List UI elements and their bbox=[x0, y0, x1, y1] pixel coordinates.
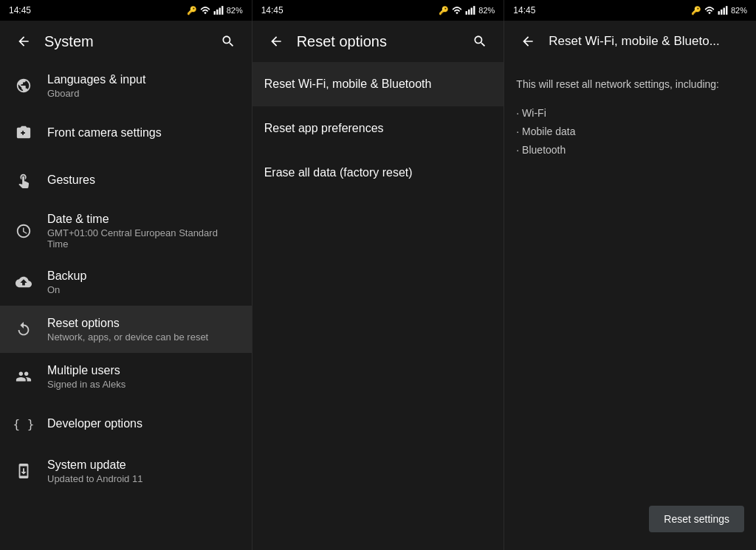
gestures-title: Gestures bbox=[47, 173, 240, 187]
svg-rect-2 bbox=[219, 8, 220, 15]
status-segment-1: 14:45 🔑 82% bbox=[0, 0, 252, 21]
gestures-text: Gestures bbox=[47, 173, 240, 187]
users-text: Multiple users Signed in as Aleks bbox=[47, 364, 240, 390]
status-icons-1: 🔑 82% bbox=[187, 6, 243, 16]
reset-options-panel: Reset options Reset Wi-Fi, mobile & Blue… bbox=[252, 21, 505, 550]
lock-icon-2: 🔑 bbox=[439, 6, 449, 16]
backup-title: Backup bbox=[47, 269, 240, 283]
status-bar: 14:45 🔑 82% 14:45 🔑 82% 14:45 🔑 82% bbox=[0, 0, 756, 21]
reset-text: Reset options Network, apps, or device c… bbox=[47, 317, 240, 343]
update-title: System update bbox=[47, 458, 240, 472]
datetime-text: Date & time GMT+01:00 Central European S… bbox=[47, 213, 240, 250]
update-text: System update Updated to Android 11 bbox=[47, 458, 240, 484]
developer-text: Developer options bbox=[47, 417, 240, 430]
sidebar-item-gestures[interactable]: Gestures bbox=[0, 157, 252, 204]
users-title: Multiple users bbox=[47, 364, 240, 377]
system-panel: System Languages & input Gboard bbox=[0, 21, 252, 550]
lock-icon-3: 🔑 bbox=[691, 6, 701, 16]
status-icons-3: 🔑 82% bbox=[691, 6, 747, 16]
reset-wifi-back-button[interactable] bbox=[516, 30, 540, 53]
sidebar-item-datetime[interactable]: Date & time GMT+01:00 Central European S… bbox=[0, 204, 252, 258]
signal-icon bbox=[213, 6, 224, 15]
wifi-icon-2 bbox=[452, 6, 462, 15]
system-search-button[interactable] bbox=[216, 30, 240, 53]
system-header: System bbox=[0, 21, 252, 62]
svg-rect-3 bbox=[221, 6, 223, 15]
panels-container: System Languages & input Gboard bbox=[0, 21, 756, 550]
reset-icon bbox=[12, 317, 35, 341]
wifi-icon-3 bbox=[704, 6, 715, 15]
system-back-button[interactable] bbox=[12, 30, 35, 53]
reset-wifi-list: · Wi-Fi · Mobile data · Bluetooth bbox=[516, 104, 744, 160]
reset-wifi-title: Reset Wi-Fi, mobile & Blueto... bbox=[549, 34, 744, 49]
sidebar-item-camera[interactable]: Front camera settings bbox=[0, 109, 252, 157]
reset-options-search-button[interactable] bbox=[468, 30, 492, 53]
lock-icon: 🔑 bbox=[187, 6, 197, 16]
reset-wifi-item[interactable]: Reset Wi-Fi, mobile & Bluetooth bbox=[252, 62, 504, 106]
erase-all-item[interactable]: Erase all data (factory reset) bbox=[252, 151, 504, 195]
camera-text: Front camera settings bbox=[47, 126, 240, 140]
sidebar-item-languages[interactable]: Languages & input Gboard bbox=[0, 62, 252, 109]
svg-rect-10 bbox=[724, 8, 725, 15]
battery-1: 82% bbox=[227, 6, 243, 15]
wifi-list-item-3: · Bluetooth bbox=[516, 141, 744, 159]
status-segment-3: 14:45 🔑 82% bbox=[504, 0, 756, 21]
update-subtitle: Updated to Android 11 bbox=[47, 473, 240, 484]
svg-rect-0 bbox=[213, 11, 215, 15]
languages-subtitle: Gboard bbox=[47, 88, 240, 99]
system-settings-list: Languages & input Gboard Front camera se… bbox=[0, 62, 252, 550]
languages-text: Languages & input Gboard bbox=[47, 73, 240, 99]
camera-title: Front camera settings bbox=[47, 126, 240, 140]
wifi-icon bbox=[200, 6, 210, 15]
svg-rect-8 bbox=[718, 11, 720, 15]
wifi-list-item-1: · Wi-Fi bbox=[516, 104, 744, 123]
battery-3: 82% bbox=[731, 6, 747, 15]
reset-app-prefs-item[interactable]: Reset app preferences bbox=[252, 106, 504, 151]
developer-icon: { } bbox=[12, 412, 35, 436]
time-1: 14:45 bbox=[9, 5, 31, 16]
erase-all-label: Erase all data (factory reset) bbox=[264, 166, 413, 179]
camera-icon bbox=[12, 121, 35, 145]
reset-title: Reset options bbox=[47, 317, 240, 330]
status-segment-2: 14:45 🔑 82% bbox=[252, 0, 505, 21]
reset-wifi-label: Reset Wi-Fi, mobile & Bluetooth bbox=[264, 78, 432, 91]
datetime-subtitle: GMT+01:00 Central European Standard Time bbox=[47, 227, 240, 250]
reset-wifi-detail-panel: Reset Wi-Fi, mobile & Blueto... This wil… bbox=[504, 21, 756, 550]
sidebar-item-users[interactable]: Multiple users Signed in as Aleks bbox=[0, 353, 252, 400]
svg-rect-1 bbox=[216, 10, 218, 15]
developer-title: Developer options bbox=[47, 417, 240, 430]
backup-text: Backup On bbox=[47, 269, 240, 295]
reset-subtitle: Network, apps, or device can be reset bbox=[47, 331, 240, 343]
reset-wifi-header: Reset Wi-Fi, mobile & Blueto... bbox=[504, 21, 756, 62]
reset-options-title: Reset options bbox=[297, 33, 460, 50]
svg-rect-7 bbox=[473, 6, 475, 15]
signal-icon-2 bbox=[465, 6, 475, 15]
gestures-icon bbox=[12, 168, 35, 192]
svg-rect-6 bbox=[471, 8, 472, 15]
svg-rect-5 bbox=[468, 10, 470, 15]
sidebar-item-update[interactable]: System update Updated to Android 11 bbox=[0, 447, 252, 495]
reset-options-header: Reset options bbox=[252, 21, 504, 62]
sidebar-item-reset[interactable]: Reset options Network, apps, or device c… bbox=[0, 306, 252, 353]
datetime-title: Date & time bbox=[47, 213, 240, 226]
reset-wifi-content: This will reset all network settings, in… bbox=[504, 62, 756, 550]
backup-subtitle: On bbox=[47, 284, 240, 295]
svg-rect-4 bbox=[466, 11, 467, 15]
reset-settings-button[interactable]: Reset settings bbox=[649, 506, 744, 532]
system-title: System bbox=[44, 33, 207, 50]
reset-options-back-button[interactable] bbox=[264, 30, 288, 53]
time-2: 14:45 bbox=[261, 5, 284, 16]
signal-icon-3 bbox=[718, 6, 728, 15]
languages-title: Languages & input bbox=[47, 73, 240, 86]
users-subtitle: Signed in as Aleks bbox=[47, 379, 240, 390]
users-icon bbox=[12, 365, 35, 388]
time-3: 14:45 bbox=[513, 5, 535, 16]
sidebar-item-backup[interactable]: Backup On bbox=[0, 258, 252, 306]
sidebar-item-developer[interactable]: { } Developer options bbox=[0, 400, 252, 447]
update-icon bbox=[12, 459, 35, 483]
globe-icon bbox=[12, 74, 35, 97]
battery-2: 82% bbox=[478, 6, 495, 15]
reset-wifi-description: This will reset all network settings, in… bbox=[516, 77, 744, 92]
wifi-list-item-2: · Mobile data bbox=[516, 123, 744, 141]
clock-icon bbox=[12, 219, 35, 243]
